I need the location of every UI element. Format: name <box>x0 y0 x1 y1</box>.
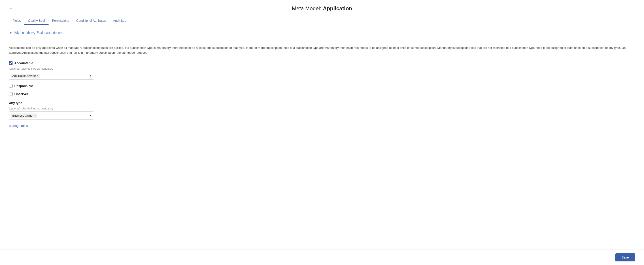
observer-checkbox[interactable] <box>9 92 12 96</box>
any-type-dropdown-arrow: ▼ <box>89 114 92 117</box>
tab-audit-log[interactable]: Audit Log <box>110 17 130 25</box>
section-header: ▼ Mandatory Subscriptions <box>9 30 635 35</box>
chevron-icon[interactable]: ▼ <box>9 31 12 35</box>
description-text: Applications can be only approved when a… <box>9 46 635 55</box>
accountable-tag-app-owner: Application Owner × <box>11 74 40 78</box>
tag-label: Business Owner <box>12 114 34 117</box>
any-type-tag-biz-owner: Business Owner × <box>11 113 37 118</box>
divider <box>9 40 635 40</box>
any-type-section: Any type (optional) roles defined as man… <box>9 101 635 120</box>
tag-label: Application Owner <box>12 74 36 77</box>
title-bold: Application <box>323 5 352 12</box>
observer-label: Observer <box>14 92 28 96</box>
tab-quality-seal[interactable]: Quality Seal <box>24 17 48 25</box>
accountable-checkbox-row: Accountable <box>9 61 635 65</box>
page-header: ← Meta Model: Application <box>0 0 644 12</box>
responsible-item: Responsible <box>9 84 635 88</box>
manage-roles-link[interactable]: Manage roles <box>9 124 28 128</box>
accountable-checkbox[interactable] <box>9 61 12 65</box>
any-type-tag-remove[interactable]: × <box>34 114 36 117</box>
accountable-label: Accountable <box>14 61 33 65</box>
tab-permissions[interactable]: Permissions <box>48 17 73 25</box>
accountable-tag-remove[interactable]: × <box>37 74 38 77</box>
responsible-checkbox[interactable] <box>9 84 12 88</box>
any-type-optional-label: (optional) roles defined as mandatory <box>9 107 635 110</box>
observer-item: Observer <box>9 92 635 96</box>
accountable-item: Accountable (optional) roles defined as … <box>9 61 635 80</box>
tab-conditional-attributes[interactable]: Conditional Attributes <box>73 17 110 25</box>
any-type-tag-select[interactable]: Business Owner × ▼ <box>9 111 94 120</box>
section-title: Mandatory Subscriptions <box>14 30 64 35</box>
responsible-checkbox-row: Responsible <box>9 84 635 88</box>
page-title: Meta Model: Application <box>0 5 644 12</box>
back-button[interactable]: ← <box>9 6 13 11</box>
accountable-dropdown-arrow: ▼ <box>89 74 92 77</box>
accountable-optional-label: (optional) roles defined as mandatory <box>9 67 635 70</box>
any-type-label: Any type <box>9 101 635 105</box>
main-content: ▼ Mandatory Subscriptions Applications c… <box>0 25 644 133</box>
title-prefix: Meta Model: <box>292 5 323 12</box>
observer-checkbox-row: Observer <box>9 92 635 96</box>
accountable-tag-select[interactable]: Application Owner × ▼ <box>9 72 94 80</box>
tab-fields[interactable]: Fields <box>9 17 24 25</box>
responsible-label: Responsible <box>14 84 33 88</box>
tabs-nav: Fields Quality Seal Permissions Conditio… <box>0 14 644 25</box>
